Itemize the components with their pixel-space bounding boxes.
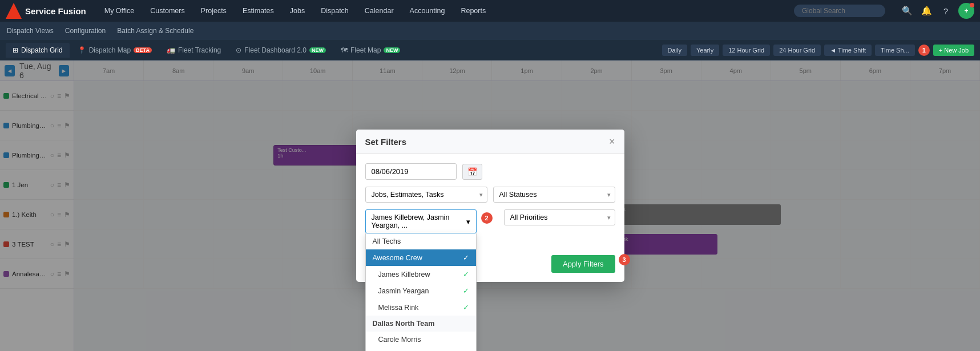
map2-icon: 🗺	[341, 46, 348, 54]
dropdown-all-techs[interactable]: All Techs	[366, 233, 476, 249]
step2-badge: 2	[481, 212, 493, 224]
fleet-dashboard-badge: NEW	[309, 47, 326, 53]
dropdown-label: Melissa Rink	[378, 304, 419, 312]
sub-nav-dispatch-views[interactable]: Dispatch Views	[7, 25, 54, 37]
tab-fleet-tracking-label: Fleet Tracking	[178, 46, 221, 54]
nav-projects[interactable]: Projects	[197, 5, 230, 17]
main-area: ◄ Tue, Aug 6 ► Electrical Mel... ○ ≡ ⚑ P…	[0, 60, 980, 351]
12hour-btn[interactable]: 12 Hour Grid	[723, 45, 770, 56]
status-select-wrapper: All Statuses Open Closed Cancelled	[493, 187, 615, 203]
nav-calendar[interactable]: Calendar	[361, 5, 397, 17]
type-select[interactable]: Jobs, Estimates, Tasks Jobs Only Estimat…	[365, 187, 487, 203]
nav-estimates[interactable]: Estimates	[239, 5, 277, 17]
user-avatar[interactable]: +	[958, 3, 974, 19]
modal-overlay: Set Filters × 📅 Jobs, Estimates, Tasks J…	[0, 60, 980, 351]
step1-indicator: 1	[918, 45, 930, 56]
dropdown-label: Awesome Crew	[373, 254, 422, 262]
truck-icon: 🚛	[167, 46, 175, 54]
sub-nav-configuration[interactable]: Configuration	[65, 25, 106, 37]
chevron-down-icon: ▾	[466, 217, 470, 226]
nav-reports[interactable]: Reports	[457, 5, 489, 17]
daily-btn[interactable]: Daily	[662, 45, 687, 56]
check-icon: ✓	[463, 270, 469, 279]
dashboard-icon: ⊙	[236, 46, 241, 54]
dropdown-label: All Techs	[373, 237, 401, 245]
modal-header: Set Filters ×	[356, 130, 624, 154]
dropdown-label: James Killebrew	[378, 271, 430, 279]
nav-customers[interactable]: Customers	[147, 5, 188, 17]
dropdown-dallas-north[interactable]: Dallas North Team	[366, 316, 476, 332]
dropdown-james-2[interactable]: James Killebrew	[366, 348, 476, 351]
modal-date-row: 📅	[365, 163, 615, 180]
tab-fleet-map[interactable]: 🗺 Fleet Map NEW	[334, 43, 407, 58]
modal-close-btn[interactable]: ×	[609, 136, 615, 147]
tab-dispatch-map-label: Dispatch Map	[89, 46, 131, 54]
dropdown-james-1[interactable]: James Killebrew ✓	[366, 266, 476, 283]
modal-tech-priority-row: James Killebrew, Jasmin Yeargan, ... ▾ A…	[365, 209, 615, 233]
tab-fleet-dashboard-label: Fleet Dashboard 2.0	[244, 46, 306, 54]
modal-type-status-row: Jobs, Estimates, Tasks Jobs Only Estimat…	[365, 187, 615, 203]
dropdown-jasmin[interactable]: Jasmin Yeargan ✓	[366, 283, 476, 299]
dropdown-label: Jasmin Yeargan	[378, 287, 429, 295]
nav-accounting[interactable]: Accounting	[406, 5, 449, 17]
apply-filters-btn[interactable]: Apply Filters	[551, 255, 615, 273]
nav-dispatch[interactable]: Dispatch	[317, 5, 352, 17]
bell-icon[interactable]: 🔔	[919, 4, 933, 18]
date-input[interactable]	[365, 163, 457, 180]
tech-select-container: James Killebrew, Jasmin Yeargan, ... ▾ A…	[365, 209, 477, 233]
avatar-initials: +	[964, 7, 968, 15]
set-filters-modal: Set Filters × 📅 Jobs, Estimates, Tasks J…	[356, 130, 624, 282]
dispatch-map-badge: BETA	[134, 47, 152, 53]
global-search-input[interactable]	[794, 5, 885, 17]
timeshift-next-btn[interactable]: Time Sh...	[875, 45, 915, 56]
sub-nav-batch[interactable]: Batch Assign & Schedule	[117, 25, 193, 37]
logo-icon	[6, 3, 22, 19]
24hour-btn[interactable]: 24 Hour Grid	[773, 45, 821, 56]
modal-title: Set Filters	[365, 137, 407, 147]
tab-fleet-tracking[interactable]: 🚛 Fleet Tracking	[160, 43, 228, 58]
tab-right-controls: Daily Yearly 12 Hour Grid 24 Hour Grid ◄…	[662, 45, 974, 56]
grid-icon: ⊞	[13, 46, 18, 54]
step3-badge: 3	[619, 254, 630, 265]
map-icon: 📍	[78, 46, 86, 54]
fleet-map-badge: NEW	[384, 47, 400, 53]
app-name: Service Fusion	[25, 6, 86, 16]
modal-body: 📅 Jobs, Estimates, Tasks Jobs Only Estim…	[356, 154, 624, 249]
yearly-btn[interactable]: Yearly	[691, 45, 719, 56]
tech-select-value: James Killebrew, Jasmin Yeargan, ...	[372, 213, 466, 229]
dropdown-label: Carole Morris	[378, 336, 421, 344]
dropdown-melissa-1[interactable]: Melissa Rink ✓	[366, 299, 476, 316]
tab-dispatch-map[interactable]: 📍 Dispatch Map BETA	[71, 43, 159, 58]
dropdown-label: Dallas North Team	[373, 320, 435, 328]
tech-dropdown: All Techs Awesome Crew ✓ James Killebrew…	[365, 233, 477, 351]
tab-fleet-dashboard[interactable]: ⊙ Fleet Dashboard 2.0 NEW	[229, 43, 333, 58]
check-icon: ✓	[463, 303, 469, 312]
search-icon[interactable]: 🔍	[900, 4, 914, 18]
nav-jobs[interactable]: Jobs	[287, 5, 308, 17]
tab-bar: ⊞ Dispatch Grid 📍 Dispatch Map BETA 🚛 Fl…	[0, 40, 980, 60]
tech-select-display[interactable]: James Killebrew, Jasmin Yeargan, ... ▾	[365, 209, 477, 233]
check-icon: ✓	[463, 253, 469, 262]
tab-dispatch-grid[interactable]: ⊞ Dispatch Grid	[6, 43, 70, 58]
priority-select-wrapper: All Priorities High Medium Low	[504, 209, 615, 225]
nav-my-office[interactable]: My Office	[101, 5, 138, 17]
dropdown-awesome-crew[interactable]: Awesome Crew ✓	[366, 249, 476, 266]
logo: Service Fusion	[6, 3, 86, 19]
avatar-badge	[970, 3, 974, 7]
new-job-btn[interactable]: + New Job	[933, 45, 974, 56]
calendar-btn[interactable]: 📅	[462, 164, 482, 180]
tab-dispatch-grid-label: Dispatch Grid	[21, 46, 63, 54]
timeshift-prev-btn[interactable]: ◄ Time Shift	[824, 45, 872, 56]
sub-nav: Dispatch Views Configuration Batch Assig…	[0, 22, 980, 40]
tab-fleet-map-label: Fleet Map	[350, 46, 381, 54]
nav-icons: 🔍 🔔 ? +	[900, 3, 974, 19]
top-nav: Service Fusion My Office Customers Proje…	[0, 0, 980, 22]
check-icon: ✓	[463, 287, 469, 295]
dropdown-carole-1[interactable]: Carole Morris	[366, 332, 476, 348]
type-select-wrapper: Jobs, Estimates, Tasks Jobs Only Estimat…	[365, 187, 487, 203]
status-select[interactable]: All Statuses Open Closed Cancelled	[493, 187, 615, 203]
priority-select[interactable]: All Priorities High Medium Low	[504, 209, 615, 225]
help-icon[interactable]: ?	[939, 4, 953, 18]
